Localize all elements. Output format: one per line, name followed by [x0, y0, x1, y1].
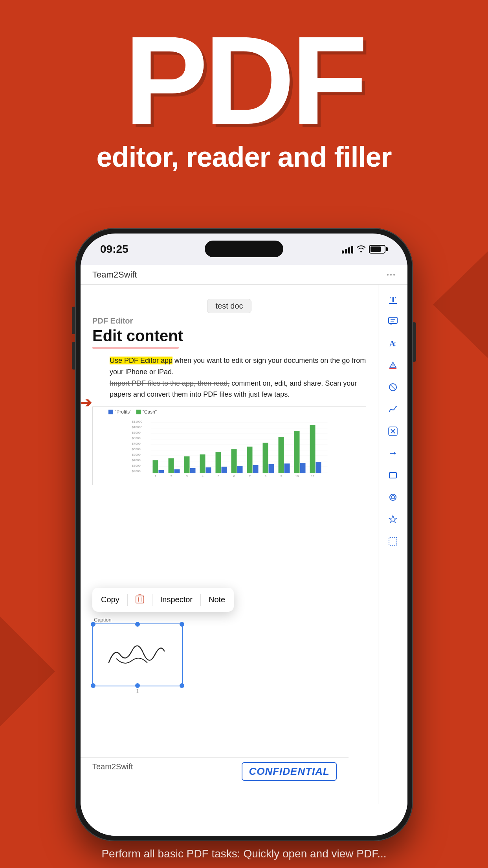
svg-rect-41 — [269, 464, 274, 473]
bg-decoration-left — [0, 593, 55, 750]
sig-handle-tr[interactable] — [180, 622, 184, 627]
context-separator-2 — [152, 594, 152, 606]
context-note-button[interactable]: Note — [202, 591, 232, 608]
svg-rect-25 — [184, 456, 190, 473]
volume-up-button[interactable] — [72, 307, 75, 334]
svg-text:6: 6 — [233, 474, 235, 478]
arrow-tool-button[interactable] — [383, 443, 403, 463]
svg-rect-38 — [222, 467, 227, 473]
svg-rect-42 — [284, 463, 290, 473]
svg-text:$10000: $10000 — [132, 425, 143, 429]
bottom-bar: Team2Swift CONFIDENTIAL — [81, 757, 349, 804]
svg-rect-30 — [263, 443, 268, 473]
signal-bars-icon — [342, 245, 353, 254]
highlighted-text: Use PDF Editor app — [110, 357, 172, 364]
bg-decoration-right — [433, 236, 488, 373]
stamp-tool-button[interactable] — [383, 487, 403, 507]
eraser-tool-button[interactable] — [383, 377, 403, 397]
draw-tool-button[interactable] — [383, 399, 403, 419]
phone-mockup: 09:25 — [75, 228, 413, 841]
svg-text:$11000: $11000 — [132, 420, 143, 423]
shape-tool-button[interactable] — [383, 465, 403, 485]
svg-rect-44 — [316, 462, 321, 473]
legend-cash-color — [136, 410, 141, 414]
svg-text:3: 3 — [186, 474, 188, 478]
status-time: 09:25 — [100, 243, 128, 256]
comment-tool-button[interactable] — [383, 311, 403, 331]
svg-rect-31 — [279, 437, 284, 473]
battery-icon: 77 — [369, 245, 388, 254]
context-separator-3 — [200, 594, 201, 606]
bottom-team-name: Team2Swift — [92, 762, 133, 771]
page-number: 1 — [92, 688, 183, 694]
highlight-tool-button[interactable] — [383, 355, 403, 375]
context-copy-button[interactable]: Copy — [94, 591, 127, 608]
svg-text:9: 9 — [281, 474, 283, 478]
svg-rect-56 — [136, 596, 144, 603]
svg-rect-77 — [389, 537, 397, 545]
power-button[interactable] — [413, 322, 416, 362]
svg-rect-23 — [153, 460, 158, 473]
legend-cash: "Cash" — [136, 409, 157, 415]
pdf-title: PDF — [0, 24, 488, 137]
header-section: PDF editor, reader and filler — [0, 0, 488, 173]
volume-down-button[interactable] — [72, 342, 75, 370]
svg-rect-29 — [247, 447, 253, 473]
svg-rect-35 — [174, 469, 180, 473]
context-delete-button[interactable] — [128, 590, 151, 609]
right-toolbar: T — [378, 285, 407, 804]
svg-rect-32 — [294, 431, 300, 473]
svg-text:$3000: $3000 — [132, 464, 141, 467]
phone-outer-shell: 09:25 — [75, 228, 413, 841]
dynamic-island — [205, 241, 283, 257]
bar-chart: $11000 $10000 $9000 $8000 $7000 $6000 $5… — [93, 417, 366, 478]
svg-text:2: 2 — [171, 474, 172, 478]
svg-rect-63 — [389, 317, 397, 324]
svg-rect-33 — [310, 425, 316, 473]
svg-rect-26 — [200, 454, 205, 473]
svg-text:T: T — [390, 294, 396, 304]
svg-text:$5000: $5000 — [132, 453, 141, 456]
svg-text:$2000: $2000 — [132, 469, 141, 473]
svg-point-2 — [387, 274, 389, 276]
sig-handle-br[interactable] — [180, 683, 184, 688]
sig-handle-bl[interactable] — [91, 683, 95, 688]
doc-title-badge: test doc — [207, 299, 251, 313]
doc-area: test doc PDF Editor Edit content ➔ — [81, 285, 407, 804]
text-tool-button[interactable]: T — [383, 289, 403, 309]
nav-menu-icon[interactable] — [386, 270, 396, 280]
context-menu: Copy — [92, 588, 234, 612]
svg-text:$4000: $4000 — [132, 458, 141, 462]
phone-screen: 09:25 — [81, 234, 407, 836]
select-tool-button[interactable] — [383, 531, 403, 551]
arrow-annotation: ➔ — [81, 395, 92, 410]
svg-text:10: 10 — [295, 474, 299, 478]
sig-handle-bm[interactable] — [135, 683, 140, 688]
svg-text:$7000: $7000 — [132, 442, 141, 445]
star-tool-button[interactable] — [383, 509, 403, 529]
svg-rect-34 — [159, 470, 164, 473]
svg-text:4: 4 — [202, 474, 204, 478]
doc-title-bar: test doc — [92, 292, 366, 316]
signature-box[interactable] — [92, 623, 183, 686]
svg-text:I: I — [394, 341, 396, 347]
font-tool-button[interactable]: A I — [383, 333, 403, 353]
svg-rect-43 — [300, 463, 306, 473]
legend-profits-color — [108, 410, 113, 414]
svg-rect-24 — [169, 458, 174, 473]
doc-main: test doc PDF Editor Edit content ➔ — [81, 285, 378, 804]
svg-text:$8000: $8000 — [132, 436, 141, 440]
wifi-icon — [356, 245, 366, 254]
context-inspector-button[interactable]: Inspector — [153, 591, 200, 608]
svg-rect-28 — [231, 449, 237, 473]
svg-rect-27 — [216, 452, 221, 473]
heading-underline — [92, 347, 179, 349]
pdf-content-area: Team2Swift test doc — [81, 265, 407, 836]
sig-handle-tm[interactable] — [135, 622, 140, 627]
sig-handle-tl[interactable] — [91, 622, 95, 627]
status-icons: 77 — [342, 245, 388, 254]
svg-rect-39 — [237, 466, 243, 473]
strikethrough-text: Import PDF files to the app, then read, — [110, 379, 229, 387]
delete-tool-button[interactable] — [383, 421, 403, 441]
pdf-editor-label: PDF Editor — [92, 316, 366, 326]
